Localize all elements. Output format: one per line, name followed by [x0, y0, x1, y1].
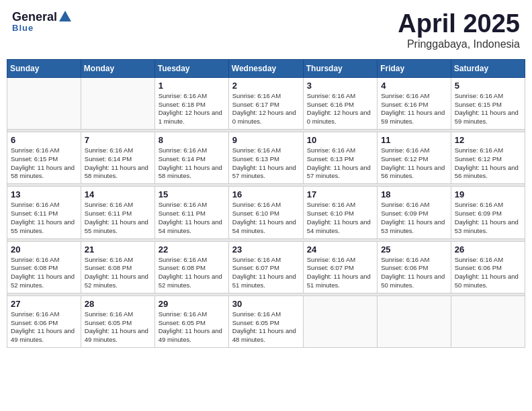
day-number: 3	[307, 81, 373, 91]
calendar-cell: 25Sunrise: 6:16 AM Sunset: 6:06 PM Dayli…	[378, 241, 451, 293]
calendar-cell: 12Sunrise: 6:16 AM Sunset: 6:12 PM Dayli…	[451, 132, 525, 184]
day-info: Sunrise: 6:16 AM Sunset: 6:12 PM Dayligh…	[455, 146, 521, 181]
day-number: 26	[455, 244, 521, 255]
day-number: 27	[11, 299, 77, 309]
day-info: Sunrise: 6:16 AM Sunset: 6:18 PM Dayligh…	[159, 92, 225, 126]
weekday-header-tuesday: Tuesday	[154, 59, 228, 77]
calendar-week-row: 6Sunrise: 6:16 AM Sunset: 6:15 PM Daylig…	[7, 132, 525, 184]
weekday-header-sunday: Sunday	[7, 59, 81, 77]
calendar-cell: 7Sunrise: 6:16 AM Sunset: 6:14 PM Daylig…	[81, 132, 154, 184]
day-number: 13	[11, 189, 77, 199]
weekday-header-thursday: Thursday	[303, 59, 377, 77]
calendar-cell: 28Sunrise: 6:16 AM Sunset: 6:05 PM Dayli…	[81, 295, 154, 347]
day-info: Sunrise: 6:16 AM Sunset: 6:15 PM Dayligh…	[11, 146, 77, 181]
day-info: Sunrise: 6:16 AM Sunset: 6:05 PM Dayligh…	[159, 310, 225, 345]
weekday-header-row: SundayMondayTuesdayWednesdayThursdayFrid…	[7, 59, 525, 77]
calendar-cell: 4Sunrise: 6:16 AM Sunset: 6:16 PM Daylig…	[378, 77, 451, 129]
day-number: 5	[455, 81, 521, 91]
day-number: 19	[455, 189, 521, 199]
day-info: Sunrise: 6:16 AM Sunset: 6:12 PM Dayligh…	[381, 146, 447, 181]
calendar-cell: 15Sunrise: 6:16 AM Sunset: 6:11 PM Dayli…	[154, 187, 228, 238]
day-info: Sunrise: 6:16 AM Sunset: 6:06 PM Dayligh…	[381, 256, 447, 290]
day-info: Sunrise: 6:16 AM Sunset: 6:13 PM Dayligh…	[232, 146, 300, 181]
day-number: 21	[85, 244, 151, 255]
weekday-header-friday: Friday	[378, 59, 451, 77]
calendar-cell: 13Sunrise: 6:16 AM Sunset: 6:11 PM Dayli…	[7, 187, 81, 238]
day-number: 22	[159, 244, 225, 255]
calendar-cell: 18Sunrise: 6:16 AM Sunset: 6:09 PM Dayli…	[378, 187, 451, 238]
day-number: 1	[159, 81, 225, 91]
calendar-cell: 17Sunrise: 6:16 AM Sunset: 6:10 PM Dayli…	[303, 187, 377, 238]
calendar-week-row: 20Sunrise: 6:16 AM Sunset: 6:08 PM Dayli…	[7, 241, 525, 293]
calendar-table: SundayMondayTuesdayWednesdayThursdayFrid…	[7, 59, 525, 348]
day-number: 25	[381, 244, 447, 255]
day-info: Sunrise: 6:16 AM Sunset: 6:09 PM Dayligh…	[381, 201, 447, 235]
day-info: Sunrise: 6:16 AM Sunset: 6:07 PM Dayligh…	[307, 256, 373, 290]
day-number: 16	[232, 189, 300, 199]
calendar-week-row: 27Sunrise: 6:16 AM Sunset: 6:06 PM Dayli…	[7, 295, 525, 347]
day-info: Sunrise: 6:16 AM Sunset: 6:17 PM Dayligh…	[232, 92, 300, 126]
calendar-cell: 9Sunrise: 6:16 AM Sunset: 6:13 PM Daylig…	[228, 132, 303, 184]
day-info: Sunrise: 6:16 AM Sunset: 6:05 PM Dayligh…	[232, 310, 300, 345]
day-info: Sunrise: 6:16 AM Sunset: 6:11 PM Dayligh…	[159, 201, 225, 235]
calendar-cell: 29Sunrise: 6:16 AM Sunset: 6:05 PM Dayli…	[154, 295, 228, 347]
calendar-cell: 16Sunrise: 6:16 AM Sunset: 6:10 PM Dayli…	[228, 187, 303, 238]
calendar-cell: 5Sunrise: 6:16 AM Sunset: 6:15 PM Daylig…	[451, 77, 525, 129]
day-info: Sunrise: 6:16 AM Sunset: 6:06 PM Dayligh…	[11, 310, 77, 345]
calendar-week-row: 13Sunrise: 6:16 AM Sunset: 6:11 PM Dayli…	[7, 187, 525, 238]
day-number: 7	[85, 135, 151, 145]
header: General Blue April 2025 Pringgabaya, Ind…	[7, 7, 525, 54]
day-number: 20	[11, 244, 77, 255]
calendar-cell: 14Sunrise: 6:16 AM Sunset: 6:11 PM Dayli…	[81, 187, 154, 238]
day-number: 8	[159, 135, 225, 145]
calendar-cell	[7, 77, 81, 129]
day-number: 14	[85, 189, 151, 199]
day-info: Sunrise: 6:16 AM Sunset: 6:15 PM Dayligh…	[455, 92, 521, 126]
calendar-cell: 19Sunrise: 6:16 AM Sunset: 6:09 PM Dayli…	[451, 187, 525, 238]
day-number: 18	[381, 189, 447, 199]
calendar-cell: 30Sunrise: 6:16 AM Sunset: 6:05 PM Dayli…	[228, 295, 303, 347]
day-info: Sunrise: 6:16 AM Sunset: 6:14 PM Dayligh…	[159, 146, 225, 181]
day-info: Sunrise: 6:16 AM Sunset: 6:08 PM Dayligh…	[11, 256, 77, 290]
day-info: Sunrise: 6:16 AM Sunset: 6:06 PM Dayligh…	[455, 256, 521, 290]
day-number: 15	[159, 189, 225, 199]
day-number: 23	[232, 244, 300, 255]
calendar-cell	[378, 295, 451, 347]
day-info: Sunrise: 6:16 AM Sunset: 6:11 PM Dayligh…	[11, 201, 77, 235]
month-year-title: April 2025	[398, 10, 520, 38]
day-info: Sunrise: 6:16 AM Sunset: 6:07 PM Dayligh…	[232, 256, 300, 290]
calendar-cell: 10Sunrise: 6:16 AM Sunset: 6:13 PM Dayli…	[303, 132, 377, 184]
calendar-cell: 20Sunrise: 6:16 AM Sunset: 6:08 PM Dayli…	[7, 241, 81, 293]
day-number: 11	[381, 135, 447, 145]
calendar-cell: 26Sunrise: 6:16 AM Sunset: 6:06 PM Dayli…	[451, 241, 525, 293]
calendar-week-row: 1Sunrise: 6:16 AM Sunset: 6:18 PM Daylig…	[7, 77, 525, 129]
day-number: 29	[159, 299, 225, 309]
calendar-cell: 6Sunrise: 6:16 AM Sunset: 6:15 PM Daylig…	[7, 132, 81, 184]
logo-general-text: General	[12, 10, 57, 24]
day-info: Sunrise: 6:16 AM Sunset: 6:08 PM Dayligh…	[85, 256, 151, 290]
calendar-cell: 24Sunrise: 6:16 AM Sunset: 6:07 PM Dayli…	[303, 241, 377, 293]
weekday-header-wednesday: Wednesday	[228, 59, 303, 77]
calendar-cell: 1Sunrise: 6:16 AM Sunset: 6:18 PM Daylig…	[154, 77, 228, 129]
calendar-cell: 3Sunrise: 6:16 AM Sunset: 6:16 PM Daylig…	[303, 77, 377, 129]
day-number: 12	[455, 135, 521, 145]
calendar-cell: 23Sunrise: 6:16 AM Sunset: 6:07 PM Dayli…	[228, 241, 303, 293]
day-info: Sunrise: 6:16 AM Sunset: 6:09 PM Dayligh…	[455, 201, 521, 235]
logo: General Blue	[12, 10, 73, 33]
calendar-cell: 2Sunrise: 6:16 AM Sunset: 6:17 PM Daylig…	[228, 77, 303, 129]
day-info: Sunrise: 6:16 AM Sunset: 6:16 PM Dayligh…	[381, 92, 447, 126]
calendar-cell: 8Sunrise: 6:16 AM Sunset: 6:14 PM Daylig…	[154, 132, 228, 184]
day-number: 4	[381, 81, 447, 91]
title-area: April 2025 Pringgabaya, Indonesia	[398, 10, 520, 50]
logo-blue-text: Blue	[12, 23, 34, 33]
calendar-cell	[303, 295, 377, 347]
day-info: Sunrise: 6:16 AM Sunset: 6:05 PM Dayligh…	[85, 310, 151, 345]
day-number: 2	[232, 81, 300, 91]
day-info: Sunrise: 6:16 AM Sunset: 6:13 PM Dayligh…	[307, 146, 373, 181]
day-info: Sunrise: 6:16 AM Sunset: 6:08 PM Dayligh…	[159, 256, 225, 290]
weekday-header-monday: Monday	[81, 59, 154, 77]
day-info: Sunrise: 6:16 AM Sunset: 6:11 PM Dayligh…	[85, 201, 151, 235]
day-number: 6	[11, 135, 77, 145]
calendar-cell: 22Sunrise: 6:16 AM Sunset: 6:08 PM Dayli…	[154, 241, 228, 293]
location-subtitle: Pringgabaya, Indonesia	[398, 38, 520, 50]
